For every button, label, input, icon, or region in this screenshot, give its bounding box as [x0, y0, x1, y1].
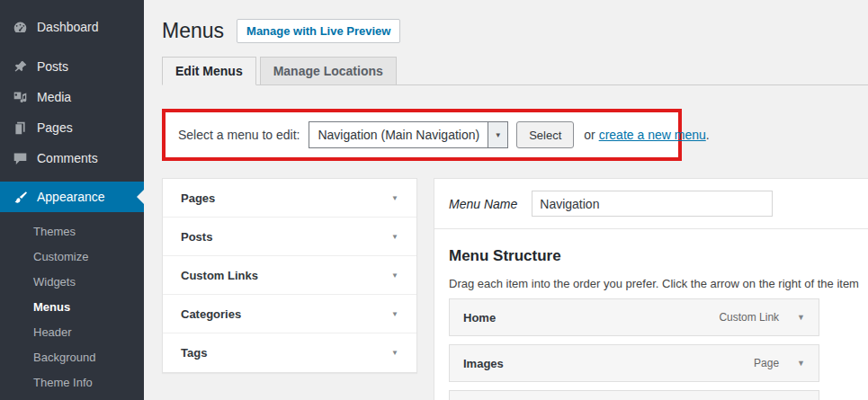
sidebar-item-pages[interactable]: Pages: [0, 112, 144, 143]
sidebar-item-dashboard[interactable]: Dashboard: [0, 12, 144, 42]
create-new-menu-link[interactable]: create a new menu: [599, 128, 706, 142]
sidebar-separator: [0, 173, 144, 182]
sidebar-item-posts[interactable]: Posts: [0, 51, 144, 82]
pages-icon: [11, 119, 29, 137]
accordion-label: Tags: [181, 346, 207, 360]
menu-structure-section: Menu Structure Drag each item into the o…: [434, 229, 868, 400]
sidebar-item-label: Appearance: [37, 190, 105, 204]
submenu-item-menus[interactable]: Menus: [0, 295, 144, 320]
media-icon: [11, 88, 29, 106]
accordion-label: Categories: [181, 307, 241, 321]
chevron-down-icon: ▼: [391, 310, 398, 318]
submenu-item-themes[interactable]: Themes: [0, 219, 144, 244]
main-content: Menus Manage with Live Preview Edit Menu…: [144, 0, 868, 400]
select-menu-annotation-box: Select a menu to edit: Navigation (Main …: [162, 109, 682, 161]
select-button[interactable]: Select: [516, 121, 574, 148]
menu-item-partial[interactable]: [449, 390, 819, 400]
accordion-section-categories[interactable]: Categories ▼: [163, 295, 416, 333]
accordion-label: Custom Links: [181, 269, 258, 282]
accordion-section-custom-links[interactable]: Custom Links ▼: [163, 256, 416, 295]
page-header: Menus Manage with Live Preview: [162, 18, 868, 43]
accordion-section-tags[interactable]: Tags ▼: [163, 333, 416, 372]
chevron-down-icon: ▼: [391, 271, 398, 280]
admin-sidebar: Dashboard Posts Media Pages Comments: [0, 0, 144, 400]
period-text: .: [706, 128, 710, 142]
chevron-down-icon: ▼: [391, 349, 398, 357]
accordion-section-posts[interactable]: Posts ▼: [163, 218, 416, 256]
comment-icon: [11, 149, 29, 167]
menu-item-title: Images: [463, 357, 504, 370]
pushpin-icon: [11, 58, 29, 76]
sidebar-item-label: Pages: [37, 120, 73, 135]
sidebar-separator: [0, 42, 144, 51]
sidebar-item-media[interactable]: Media: [0, 82, 144, 112]
chevron-down-icon: ▼: [488, 122, 507, 147]
wordpress-admin-screen: Dashboard Posts Media Pages Comments: [0, 0, 868, 400]
chevron-down-icon[interactable]: ▼: [797, 359, 805, 368]
accordion-label: Posts: [181, 230, 212, 244]
menu-name-input[interactable]: [532, 191, 773, 217]
nav-tabs: Edit Menus Manage Locations: [162, 57, 868, 85]
menu-select-dropdown[interactable]: Navigation (Main Navigation) ▼: [309, 121, 508, 148]
sidebar-item-appearance[interactable]: Appearance: [0, 182, 144, 212]
submenu-item-header[interactable]: Header: [0, 320, 144, 345]
appearance-submenu: Themes Customize Widgets Menus Header Ba…: [0, 212, 144, 400]
sidebar-item-label: Dashboard: [37, 20, 99, 34]
accordion-label: Pages: [181, 191, 215, 205]
or-create-text: or create a new menu.: [584, 128, 709, 142]
menu-name-row: Menu Name: [434, 179, 868, 229]
menu-item-images[interactable]: Images Page ▼: [449, 344, 819, 382]
sidebar-item-label: Posts: [37, 59, 68, 74]
menu-item-type: Page: [754, 357, 779, 369]
menu-item-title: Home: [463, 311, 496, 324]
manage-live-preview-button[interactable]: Manage with Live Preview: [237, 19, 400, 43]
menu-name-label: Menu Name: [449, 197, 517, 211]
menu-item-home[interactable]: Home Custom Link ▼: [449, 298, 819, 336]
menu-item-type: Custom Link: [719, 311, 779, 324]
menu-structure-help: Drag each item into the order you prefer…: [449, 277, 854, 290]
or-text: or: [584, 128, 598, 142]
submenu-item-theme-info[interactable]: Theme Info: [0, 370, 144, 396]
menu-select-value: Navigation (Main Navigation): [309, 122, 488, 147]
select-menu-label: Select a menu to edit:: [178, 128, 300, 142]
chevron-down-icon[interactable]: ▼: [797, 313, 805, 322]
chevron-down-icon: ▼: [391, 233, 398, 241]
sidebar-item-label: Comments: [37, 151, 98, 165]
sidebar-item-label: Media: [37, 90, 71, 104]
add-menu-items-accordion: Pages ▼ Posts ▼ Custom Links ▼ Categorie…: [162, 178, 417, 373]
sidebar-item-comments[interactable]: Comments: [0, 143, 144, 173]
page-title: Menus: [162, 18, 224, 43]
dashboard-icon: [11, 18, 29, 36]
submenu-item-customize[interactable]: Customize: [0, 244, 144, 270]
menu-structure-title: Menu Structure: [449, 247, 854, 265]
submenu-item-background[interactable]: Background: [0, 345, 144, 370]
submenu-item-widgets[interactable]: Widgets: [0, 270, 144, 295]
tab-manage-locations[interactable]: Manage Locations: [260, 57, 397, 85]
tab-edit-menus[interactable]: Edit Menus: [162, 57, 256, 85]
chevron-down-icon: ▼: [391, 194, 398, 202]
accordion-section-pages[interactable]: Pages ▼: [163, 179, 416, 218]
appearance-icon: [11, 188, 29, 206]
current-menu-arrow: [137, 190, 144, 204]
menu-editor-panel: Menu Name Menu Structure Drag each item …: [434, 178, 868, 400]
menus-columns: Pages ▼ Posts ▼ Custom Links ▼ Categorie…: [162, 178, 868, 400]
